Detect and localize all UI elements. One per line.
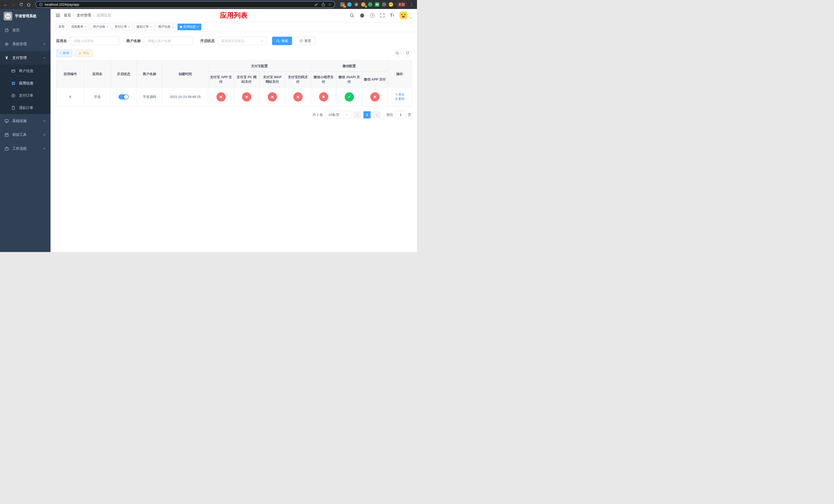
reload-button[interactable] <box>18 2 24 8</box>
status-toggle[interactable] <box>118 94 129 99</box>
col-status: 开启状态 <box>111 61 137 87</box>
app-name-field[interactable] <box>70 37 119 45</box>
chevron-down-icon <box>43 43 46 46</box>
sidebar-item-refund-order[interactable]: 退款订单 <box>0 102 50 114</box>
gear-icon <box>5 42 9 46</box>
header-search-icon[interactable] <box>350 13 354 18</box>
cell-create-time: 2021-10-23 08:49:25 <box>162 87 208 107</box>
grid-icon <box>11 81 15 85</box>
breadcrumb-current: 应用信息 <box>97 13 111 18</box>
refresh-table-button[interactable] <box>404 49 411 57</box>
status-select[interactable]: 请选择开启状态 <box>218 37 267 45</box>
alipay-wap-status-icon <box>268 92 277 101</box>
sidebar-item-dev-tools[interactable]: 研发工具 <box>0 128 50 142</box>
col-create-time: 创建时间 <box>162 61 208 87</box>
tab-app-info[interactable]: 应用信息× <box>177 24 201 30</box>
sidebar-item-system[interactable]: 系统管理 <box>0 37 50 51</box>
close-icon[interactable]: × <box>150 25 152 29</box>
app-name-input[interactable] <box>73 39 116 43</box>
sidebar-item-pay-order[interactable]: 支付订单 <box>0 90 50 102</box>
password-key-icon[interactable] <box>314 3 318 6</box>
edit-button[interactable]: ✎修改 <box>395 92 404 97</box>
wechat-mini-status-icon <box>319 92 328 101</box>
goto-page-input[interactable] <box>395 111 406 118</box>
wechat-app-status-icon <box>370 92 379 101</box>
sidebar-item-workflow[interactable]: 工作流程 <box>0 142 50 156</box>
breadcrumb-home[interactable]: 首页 <box>64 13 71 18</box>
app-logo[interactable]: 芋道管理系统 <box>0 9 50 23</box>
close-icon[interactable]: × <box>197 25 199 29</box>
export-button[interactable]: 导出 <box>75 49 93 57</box>
tab-merchant-info[interactable]: 商户信息× <box>156 24 176 30</box>
close-icon[interactable]: × <box>106 25 108 29</box>
extension-icon-4[interactable]: 1 <box>361 2 366 7</box>
extension-icon-6[interactable] <box>375 2 379 7</box>
col-merchant-name: 商户名称 <box>137 61 162 87</box>
tab-pay-order[interactable]: 支付订单× <box>112 24 133 30</box>
extension-icon-5[interactable] <box>368 2 372 7</box>
col-alipay-wap: 支付宝 WAP 网站支付 <box>260 71 285 87</box>
table-row: 6 芋道 芋道源码 2021-10-23 08:49:25 <box>57 87 412 107</box>
pagination: 共 1 条 10条/页 ‹ 1 › 前往 页 <box>56 111 411 118</box>
docs-help-icon[interactable]: ? <box>370 13 375 18</box>
hamburger-button[interactable] <box>50 13 64 18</box>
sidebar-item-payment[interactable]: ¥ 支付管理 <box>0 51 50 65</box>
github-icon[interactable] <box>359 13 365 18</box>
fullscreen-icon[interactable] <box>380 13 385 18</box>
breadcrumb: 首页 / 支付管理 / 应用信息 <box>64 13 111 18</box>
payment-submenu: 商户信息 应用信息 支付订单 退款订单 <box>0 65 50 114</box>
share-icon[interactable] <box>321 3 325 6</box>
avatar-caret-icon[interactable] <box>410 17 412 19</box>
browser-menu-icon[interactable]: ⋮ <box>409 2 414 7</box>
prev-page-button[interactable]: ‹ <box>354 111 361 118</box>
user-avatar[interactable] <box>399 12 407 19</box>
col-wechat-mini: 微信小程序支付 <box>311 71 336 87</box>
close-icon[interactable]: × <box>172 25 174 29</box>
delete-button[interactable]: 删除 <box>395 97 405 101</box>
site-info-icon[interactable] <box>39 3 43 6</box>
toggle-search-button[interactable] <box>393 49 401 57</box>
extension-icon-2[interactable] <box>347 2 352 7</box>
sidebar-item-merchant-info[interactable]: 商户信息 <box>0 65 50 77</box>
tab-home[interactable]: 首页 <box>56 24 67 30</box>
sidebar-item-app-info[interactable]: 应用信息 <box>0 77 50 90</box>
monitor-icon <box>5 119 9 123</box>
close-icon[interactable]: × <box>85 25 86 29</box>
browser-update-button[interactable]: 更新 <box>396 1 407 8</box>
tags-view: 首页 流程表单× 用户分组× 支付订单× 退款订单× 商户信息× 应用信息× <box>50 22 417 32</box>
address-bar[interactable]: localhost:1024/pay/app ☆ <box>36 1 335 8</box>
forward-button[interactable]: → <box>10 2 16 8</box>
app-table: 应用编号 应用名 开启状态 商户名称 创建时间 支付宝配置 微信配置 操作 支付… <box>56 61 412 107</box>
sidebar-item-infrastructure[interactable]: 基础设施 <box>0 114 50 128</box>
page-size-select[interactable]: 10条/页 <box>326 111 351 118</box>
col-alipay-qr: 支付宝扫码支付 <box>285 71 311 87</box>
tab-user-group[interactable]: 用户分组× <box>90 24 111 30</box>
logo-avatar <box>4 12 12 21</box>
font-size-icon[interactable]: TT <box>390 14 394 17</box>
extension-icon-1[interactable]: 10 <box>340 2 345 7</box>
url-text: localhost:1024/pay/app <box>45 3 312 6</box>
extensions-area: 10 1 <box>340 2 393 7</box>
breadcrumb-payment[interactable]: 支付管理 <box>77 13 91 18</box>
close-icon[interactable]: × <box>128 25 130 29</box>
tab-flow-form[interactable]: 流程表单× <box>68 24 89 30</box>
home-button[interactable] <box>26 2 32 8</box>
merchant-name-input[interactable] <box>147 39 190 43</box>
bookmark-star-icon[interactable]: ☆ <box>328 2 332 7</box>
extension-icon-3[interactable] <box>354 2 358 7</box>
dashboard-icon <box>5 28 9 32</box>
next-page-button[interactable]: › <box>373 111 380 118</box>
sidebar-item-home[interactable]: 首页 <box>0 23 50 37</box>
page-1-button[interactable]: 1 <box>364 111 371 118</box>
tab-refund-order[interactable]: 退款订单× <box>134 24 154 30</box>
add-button[interactable]: + 新增 <box>56 49 72 57</box>
reset-button[interactable]: 重置 <box>295 37 315 45</box>
document-icon <box>11 106 15 110</box>
search-button[interactable]: 搜索 <box>272 37 292 45</box>
merchant-name-field[interactable] <box>144 37 193 45</box>
back-button[interactable]: ← <box>3 2 9 8</box>
extension-icon-7[interactable] <box>382 2 386 7</box>
extension-badge: 10 <box>343 5 347 8</box>
search-form: 应用名 商户名称 开启状态 请选择开启状态 搜索 <box>56 37 411 45</box>
profile-avatar-icon[interactable] <box>389 2 393 7</box>
